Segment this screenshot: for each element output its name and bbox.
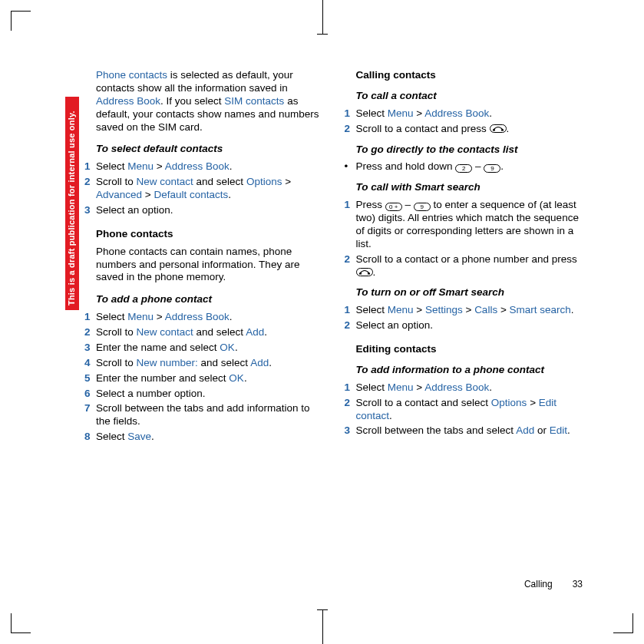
step-number: 3	[84, 342, 96, 355]
step-body: Select a number option.	[96, 388, 323, 401]
step-body: Select an option.	[96, 204, 323, 217]
svg-rect-3	[368, 272, 370, 274]
crop-mark	[613, 613, 633, 633]
steps-smart-on-off: 1Select Menu > Settings > Calls > Smart …	[345, 304, 583, 332]
step-number: 5	[84, 372, 96, 385]
svg-rect-1	[501, 129, 504, 130]
left-column: Phone contacts is selected as default, y…	[84, 69, 323, 590]
step-number: 3	[345, 424, 356, 438]
step-number: 2	[345, 253, 356, 279]
step-body: Select Menu > Address Book.	[356, 107, 583, 121]
step-number: 2	[345, 319, 356, 332]
step-number: 2	[84, 176, 96, 202]
footer-section: Calling	[524, 579, 553, 590]
heading-select-default: To select default contacts	[96, 143, 323, 156]
key-0-icon: 0 +	[385, 203, 402, 211]
step-number: 1	[84, 160, 96, 173]
bullet-press-hold: • Press and hold down 2 – 9.	[345, 160, 583, 173]
svg-rect-2	[359, 272, 362, 274]
step-body: Select Menu > Address Book.	[96, 160, 323, 173]
heading-add-info: To add information to a phone contact	[356, 364, 583, 377]
key-9-icon: 9	[484, 164, 500, 173]
step-body: Select Menu > Settings > Calls > Smart s…	[356, 304, 583, 317]
heading-editing-contacts: Editing contacts	[356, 343, 583, 356]
step-number: 7	[84, 402, 96, 428]
steps-add-info: 1Select Menu > Address Book. 2Scroll to …	[345, 381, 583, 438]
step-body: Scroll to New contact and select Options…	[96, 176, 323, 202]
step-body: Enter the name and select OK.	[96, 342, 323, 355]
step-body: Select an option.	[356, 319, 583, 332]
step-body: Scroll between the tabs and select Add o…	[356, 424, 583, 438]
intro-paragraph: Phone contacts is selected as default, y…	[96, 69, 323, 134]
step-number: 1	[345, 199, 356, 251]
step-number: 2	[345, 397, 356, 423]
step-number: 4	[84, 357, 96, 370]
step-number: 1	[84, 311, 96, 324]
page-content: Phone contacts is selected as default, y…	[84, 69, 583, 590]
heading-smart-on-off: To turn on or off Smart search	[356, 286, 583, 299]
step-number: 2	[345, 123, 356, 136]
step-number: 8	[84, 431, 96, 444]
crop-mark	[11, 11, 31, 31]
step-body: Scroll to New number: and select Add.	[96, 357, 323, 370]
step-body: Scroll to a contact or a phone number an…	[356, 253, 583, 279]
crop-mark	[322, 0, 323, 34]
heading-to-call-a-contact: To call a contact	[356, 90, 583, 103]
svg-rect-0	[493, 129, 495, 130]
step-body: Scroll to a contact and press .	[356, 123, 583, 136]
step-number: 1	[345, 381, 356, 395]
step-body: Enter the number and select OK.	[96, 372, 323, 385]
steps-call-contact: 1Select Menu > Address Book. 2Scroll to …	[345, 107, 583, 136]
step-body: Select Menu > Address Book.	[356, 381, 583, 395]
steps-add-phone-contact: 1Select Menu > Address Book. 2Scroll to …	[84, 311, 323, 444]
step-number: 1	[345, 304, 356, 317]
step-number: 2	[84, 326, 96, 339]
steps-smart-search: 1Press 0 + – 9 to enter a sequence of (a…	[345, 199, 583, 279]
call-key-icon	[356, 268, 373, 276]
heading-phone-contacts: Phone contacts	[96, 228, 323, 241]
step-body: Select Menu > Address Book.	[96, 311, 323, 324]
heading-go-directly: To go directly to the contacts list	[356, 144, 583, 157]
link-address-book: Address Book	[96, 95, 160, 107]
step-number: 6	[84, 388, 96, 401]
crop-mark	[11, 613, 31, 633]
key-2-icon: 2	[455, 164, 472, 173]
step-number: 3	[84, 204, 96, 217]
steps-select-default: 1Select Menu > Address Book. 2Scroll to …	[84, 160, 323, 217]
step-body: Scroll to New contact and select Add.	[96, 326, 323, 339]
call-key-icon	[490, 124, 507, 133]
page-footer: Calling33	[524, 579, 583, 590]
step-body: Scroll to a contact and select Options >…	[356, 397, 583, 423]
draft-label: This is a draft publication for internal…	[64, 96, 80, 311]
step-body: Scroll between the tabs and add informat…	[96, 402, 323, 428]
bullet-dot: •	[345, 160, 356, 173]
key-9-icon: 9	[414, 203, 431, 211]
crop-mark	[317, 34, 328, 35]
heading-add-phone-contact: To add a phone contact	[96, 293, 323, 306]
heading-smart-search: To call with Smart search	[356, 181, 583, 194]
crop-mark	[322, 610, 323, 644]
heading-calling-contacts: Calling contacts	[356, 69, 583, 82]
step-body: Press 0 + – 9 to enter a sequence of (at…	[356, 199, 583, 251]
right-column: Calling contacts To call a contact 1Sele…	[345, 69, 583, 590]
crop-mark	[317, 609, 328, 610]
link-sim-contacts: SIM contacts	[224, 95, 284, 107]
step-number: 1	[345, 107, 356, 121]
link-phone-contacts: Phone contacts	[96, 69, 167, 81]
phone-contacts-paragraph: Phone contacts can contain names, phone …	[96, 246, 323, 285]
footer-page-number: 33	[573, 579, 583, 590]
bullet-body: Press and hold down 2 – 9.	[356, 160, 583, 173]
step-body: Select Save.	[96, 431, 323, 444]
